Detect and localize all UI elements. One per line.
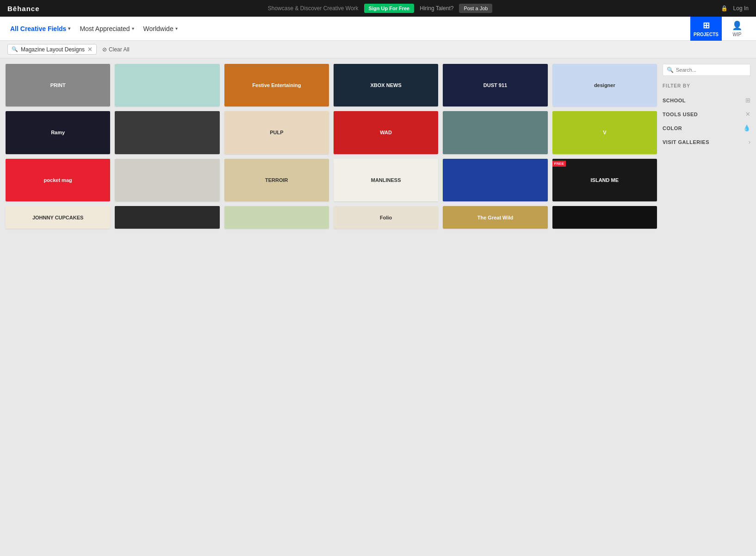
hiring-label: Hiring Talent?	[420, 5, 453, 12]
project-thumbnail[interactable]	[443, 159, 547, 201]
most-appreciated-label: Most Appreciated	[80, 25, 130, 32]
project-thumbnail[interactable]: PRINT	[6, 64, 110, 106]
clear-all-label: Clear All	[109, 46, 130, 53]
project-thumbnail[interactable]: V	[552, 111, 657, 154]
sidebar-search-box[interactable]: 🔍	[663, 64, 750, 76]
projects-tab-button[interactable]: ⊞ PROJECTS	[690, 17, 722, 41]
project-card: pocket mag Pocketmag. by Face. Editorial…	[6, 159, 110, 201]
project-thumbnail[interactable]: MANLINESS	[334, 159, 438, 201]
search-tag-label: Magazine Layout Designs	[21, 46, 85, 53]
project-card: XBOX NEWS Xbox News by Ryan Mendes Art D…	[334, 64, 438, 106]
top-nav: Bēhance Showcase & Discover Creative Wor…	[0, 0, 756, 17]
post-job-button[interactable]: Post a Job	[459, 4, 492, 13]
close-tag-button[interactable]: ✕	[87, 46, 93, 53]
search-icon: 🔍	[12, 46, 18, 52]
project-card: DUST 911 DUST 911 (a self-initiated proj…	[443, 64, 547, 106]
project-card: TERROIR TERROIR Magazine No. 3 by Benjam…	[224, 159, 329, 201]
filter-bar: All Creative Fields ▾ Most Appreciated ▾…	[0, 17, 756, 41]
chevron-down-icon: ▾	[175, 26, 178, 31]
project-thumbnail[interactable]: XBOX NEWS	[334, 64, 438, 106]
chevron-down-icon: ▾	[68, 26, 70, 31]
project-thumbnail[interactable]	[552, 206, 657, 229]
project-thumbnail[interactable]	[115, 159, 219, 201]
project-thumbnail[interactable]	[115, 111, 219, 154]
free-badge: FREE	[552, 161, 566, 167]
project-card: FREE ISLAND ME ISLANDME ISSUE 2 by Clayt…	[552, 159, 657, 201]
project-card: V Travel Magazine by Bartosz Kwiecień Il…	[552, 111, 657, 154]
sidebar-filter-icon: ⊞	[745, 97, 750, 104]
projects-label: PROJECTS	[694, 32, 719, 37]
sidebar-filter-item-color[interactable]: COLOR 💧	[663, 121, 750, 135]
project-thumbnail[interactable]	[115, 206, 219, 229]
project-card: Conduct Magazine by Lauren Davidson Edit…	[443, 111, 547, 154]
project-thumbnail[interactable]	[115, 64, 219, 106]
project-thumbnail[interactable]: The Great Wild	[443, 206, 547, 229]
login-link[interactable]: Log In	[733, 5, 749, 12]
sidebar-filters: SCHOOL ⊞ TOOLS USED ✕ COLOR 💧 VISIT GALL…	[663, 93, 750, 149]
project-card: Festive Entertaining Festive Entertainin…	[224, 64, 329, 106]
project-thumbnail[interactable]: Festive Entertaining	[224, 64, 329, 106]
chevron-down-icon: ▾	[132, 26, 134, 31]
project-card: PRINT Print Magazine Spread by Oat Graph…	[6, 64, 110, 106]
filters-left: All Creative Fields ▾ Most Appreciated ▾…	[7, 23, 180, 34]
sidebar-filter-item-tools-used[interactable]: TOOLS USED ✕	[663, 107, 750, 121]
sidebar-filter-label: SCHOOL	[663, 98, 686, 103]
wip-label: WIP	[733, 32, 742, 37]
project-card: The Great Wild	[443, 206, 547, 229]
project-card	[115, 206, 219, 229]
project-thumbnail[interactable]	[443, 111, 547, 154]
login-icon: 🔒	[721, 5, 728, 12]
project-thumbnail[interactable]: WAD	[334, 111, 438, 154]
wip-icon: 👤	[732, 20, 742, 31]
most-appreciated-filter[interactable]: Most Appreciated ▾	[77, 23, 136, 34]
sidebar-filter-label: VISIT GALLERIES	[663, 139, 709, 145]
project-card: Folio	[334, 206, 438, 229]
project-card	[224, 206, 329, 229]
project-thumbnail[interactable]: TERROIR	[224, 159, 329, 201]
project-card: Jot Down, Contemporary Culture Mag by re…	[115, 111, 219, 154]
filters-right: ⊞ PROJECTS 👤 WIP	[690, 17, 749, 41]
tagline: Showcase & Discover Creative Work	[268, 5, 359, 12]
project-thumbnail[interactable]: JOHNNY CUPCAKES	[6, 206, 110, 229]
projects-icon: ⊞	[703, 20, 710, 31]
project-card: JOHNNY CUPCAKES Johnny Cupcakes	[6, 206, 110, 229]
sidebar: 🔍 FILTER BY SCHOOL ⊞ TOOLS USED ✕ COLOR …	[663, 64, 750, 229]
project-card: IL - Istruzioni per l'uso by Francesco M…	[443, 159, 547, 201]
sidebar-filter-icon: ›	[749, 138, 750, 145]
nav-center: Showcase & Discover Creative Work Sign U…	[268, 4, 493, 13]
project-thumbnail[interactable]: Ramy	[6, 111, 110, 154]
project-thumbnail[interactable]: designer	[552, 64, 657, 106]
sidebar-filter-icon: ✕	[745, 111, 750, 118]
brand-logo: Bēhance	[7, 5, 40, 12]
project-card: MANLINESS Art of Manliness - Magazine by…	[334, 159, 438, 201]
projects-grid: PRINT Print Magazine Spread by Oat Graph…	[6, 64, 657, 229]
sidebar-filter-item-visit-galleries[interactable]: VISIT GALLERIES ›	[663, 135, 750, 149]
sidebar-filter-item-school[interactable]: SCHOOL ⊞	[663, 93, 750, 107]
nav-right: 🔒 Log In	[721, 5, 749, 12]
project-card	[552, 206, 657, 229]
project-card: Trendi by Lotta Nieminen Art Direction, …	[115, 64, 219, 106]
creative-fields-filter[interactable]: All Creative Fields ▾	[7, 23, 73, 34]
filter-by-label: FILTER BY	[663, 83, 750, 88]
sidebar-search-input[interactable]	[676, 67, 746, 73]
project-card: Vom Finden des richtigen Moments by Anna…	[115, 159, 219, 201]
project-thumbnail[interactable]: PULP	[224, 111, 329, 154]
clear-icon: ⊘	[102, 46, 107, 53]
project-thumbnail[interactable]: FREE ISLAND ME	[552, 159, 657, 201]
worldwide-filter[interactable]: Worldwide ▾	[141, 23, 180, 34]
project-thumbnail[interactable]	[224, 206, 329, 229]
project-thumbnail[interactable]: DUST 911	[443, 64, 547, 106]
project-card: Ramy Ramy Magazine by Ramy Mohamed Anima…	[6, 111, 110, 154]
sidebar-filter-icon: 💧	[743, 125, 750, 131]
project-card: WAD WAD FRANCE SPRING/SUMMER 2011 by FLO…	[334, 111, 438, 154]
sidebar-filter-label: COLOR	[663, 125, 682, 131]
search-tag-bar: 🔍 Magazine Layout Designs ✕ ⊘ Clear All	[0, 41, 756, 58]
active-search-tag: 🔍 Magazine Layout Designs ✕	[7, 44, 97, 55]
project-thumbnail[interactable]: pocket mag	[6, 159, 110, 201]
project-card: designer Magazine Template - InDesign 56…	[552, 64, 657, 106]
clear-all-button[interactable]: ⊘ Clear All	[102, 46, 130, 53]
wip-tab-button[interactable]: 👤 WIP	[725, 17, 749, 41]
project-thumbnail[interactable]: Folio	[334, 206, 438, 229]
project-card: PULP Pulp Magazine by Sam Flaherty Art D…	[224, 111, 329, 154]
signup-button[interactable]: Sign Up For Free	[364, 4, 415, 13]
